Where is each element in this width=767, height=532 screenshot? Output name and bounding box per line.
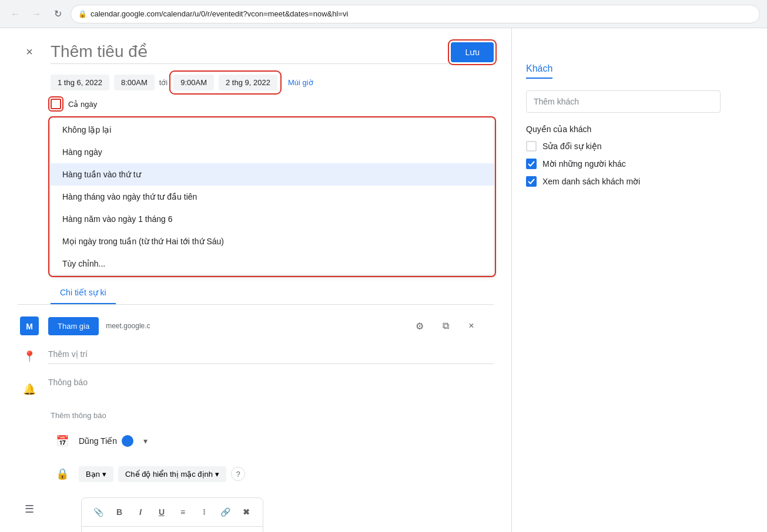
location-row: 📍 xyxy=(18,345,494,368)
datetime-row: 1 thg 6, 2022 8:00AM tới 9:00AM 2 thg 9,… xyxy=(18,73,494,92)
perm-edit-label: Sửa đổi sự kiện xyxy=(542,142,602,151)
meet-close-button[interactable]: × xyxy=(461,315,482,336)
permission-invite: Mời những người khác xyxy=(526,159,721,169)
recurrence-dropdown: Không lặp lại Hàng ngày Hàng tuần vào th… xyxy=(51,119,494,275)
notification-row: 🔔 Thông báo xyxy=(18,378,494,401)
calendar-owner-name: Dũng Tiến xyxy=(79,436,117,446)
perm-viewlist-checkbox[interactable] xyxy=(526,176,537,187)
visibility-row: 🔒 Bạn ▾ Chế độ hiển thị mặc định ▾ ? xyxy=(18,462,494,486)
guests-panel: Khách Quyền của khách Sửa đổi sự kiện Mờ… xyxy=(511,28,735,532)
link-button[interactable]: 🔗 xyxy=(216,503,235,521)
back-button[interactable]: ← xyxy=(7,6,24,22)
italic-button[interactable]: I xyxy=(131,503,150,521)
main-content: × Lưu 1 thg 6, 2022 8:00AM tới 9:00AM 2 … xyxy=(0,28,767,532)
header-row: × Lưu xyxy=(18,40,494,64)
refresh-button[interactable]: ↻ xyxy=(49,6,66,22)
meet-row: M Tham gia meet.google.c ⚙ ⧉ × xyxy=(18,314,494,338)
bold-button[interactable]: B xyxy=(110,503,129,521)
display-mode-select[interactable]: Chế độ hiển thị mặc định ▾ xyxy=(118,466,226,482)
description-row: ☰ 📎 B I U ≡ ⁝ 🔗 ✖ xyxy=(18,497,494,532)
start-date-chip[interactable]: 1 thg 6, 2022 xyxy=(51,75,109,90)
calendar-row: 📅 Dũng Tiến ▾ xyxy=(18,429,494,453)
end-time-chip[interactable]: 9:00AM xyxy=(173,75,214,90)
to-label: tới xyxy=(159,78,168,87)
close-button[interactable]: × xyxy=(18,41,41,64)
recurrence-item-none[interactable]: Không lặp lại xyxy=(51,119,494,141)
meet-link: meet.google.c xyxy=(106,322,150,330)
add-guest-input[interactable] xyxy=(526,90,721,113)
svg-text:M: M xyxy=(26,322,33,331)
description-textarea[interactable] xyxy=(82,527,263,532)
permissions-title: Quyền của khách xyxy=(526,124,721,134)
underline-button[interactable]: U xyxy=(152,503,171,521)
meet-settings-button[interactable]: ⚙ xyxy=(409,315,430,336)
description-box: 📎 B I U ≡ ⁝ 🔗 ✖ xyxy=(81,497,263,532)
event-title-input[interactable] xyxy=(51,40,451,64)
tabs-row: Chi tiết sự ki xyxy=(18,282,494,305)
allday-checkbox[interactable] xyxy=(51,99,61,109)
forward-button[interactable]: → xyxy=(28,6,45,22)
location-icon: 📍 xyxy=(18,345,41,368)
guests-title: Khách xyxy=(526,63,552,79)
header-left: × xyxy=(18,40,451,64)
unordered-list-button[interactable]: ⁝ xyxy=(195,503,213,521)
permission-view-list: Xem danh sách khách mời xyxy=(526,176,721,187)
browser-bar: ← → ↻ 🔒 calendar.google.com/calendar/u/0… xyxy=(0,0,767,28)
recurrence-item-daily[interactable]: Hàng ngày xyxy=(51,141,494,163)
timezone-label[interactable]: Múi giờ xyxy=(288,78,313,87)
perm-viewlist-label: Xem danh sách khách mời xyxy=(542,177,640,186)
visibility-icon: 🔒 xyxy=(51,462,74,486)
notification-icon: 🔔 xyxy=(18,378,41,401)
visibility-select[interactable]: Bạn ▾ xyxy=(79,466,113,482)
tab-details[interactable]: Chi tiết sự ki xyxy=(51,282,116,304)
help-icon[interactable]: ? xyxy=(231,467,245,481)
recurrence-item-weekdays[interactable]: Mọi ngày trong tuần (từ thứ Hai tới thứ … xyxy=(51,230,494,252)
allday-label: Cả ngày xyxy=(68,100,97,109)
end-datetime-highlight: 9:00AM 2 thg 9, 2022 xyxy=(172,73,279,92)
recurrence-item-custom[interactable]: Tùy chỉnh... xyxy=(51,252,494,275)
address-bar[interactable]: 🔒 calendar.google.com/calendar/u/0/r/eve… xyxy=(71,5,760,23)
notification-text: Thông báo xyxy=(48,378,88,387)
strikethrough-button[interactable]: ✖ xyxy=(237,503,256,521)
ordered-list-button[interactable]: ≡ xyxy=(173,503,192,521)
perm-edit-checkbox[interactable] xyxy=(526,141,537,151)
meet-copy-button[interactable]: ⧉ xyxy=(435,315,456,336)
desc-toolbar: 📎 B I U ≡ ⁝ 🔗 ✖ xyxy=(82,498,263,527)
recurrence-item-weekly-wed[interactable]: Hàng tuần vào thứ tư xyxy=(51,163,494,186)
recurrence-item-yearly[interactable]: Hàng năm vào ngày 1 tháng 6 xyxy=(51,208,494,230)
save-button[interactable]: Lưu xyxy=(451,42,494,62)
attach-button[interactable]: 📎 xyxy=(89,503,108,521)
perm-invite-label: Mời những người khác xyxy=(542,159,626,169)
event-editor: × Lưu 1 thg 6, 2022 8:00AM tới 9:00AM 2 … xyxy=(0,28,511,532)
location-input[interactable] xyxy=(48,345,494,364)
end-date-chip[interactable]: 2 thg 9, 2022 xyxy=(219,75,277,90)
meet-icon: M xyxy=(18,314,41,338)
lock-icon: 🔒 xyxy=(78,10,87,18)
recurrence-item-monthly[interactable]: Hàng tháng vào ngày thứ tư đầu tiên xyxy=(51,186,494,208)
perm-invite-checkbox[interactable] xyxy=(526,159,537,169)
calendar-icon: 📅 xyxy=(51,429,74,453)
allday-row: Cả ngày xyxy=(18,99,494,109)
join-meet-button[interactable]: Tham gia xyxy=(48,317,99,335)
description-icon: ☰ xyxy=(18,497,41,521)
meet-actions: ⚙ ⧉ × xyxy=(409,315,494,336)
notif-content: Thông báo xyxy=(48,378,88,387)
calendar-dropdown-arrow[interactable]: ▾ xyxy=(138,434,152,448)
calendar-dot xyxy=(122,435,133,447)
url-text: calendar.google.com/calendar/u/0/r/event… xyxy=(91,9,348,18)
permission-edit: Sửa đổi sự kiện xyxy=(526,141,721,151)
start-time-chip[interactable]: 8:00AM xyxy=(114,75,155,90)
add-notification-label[interactable]: Thêm thông báo xyxy=(51,411,106,420)
